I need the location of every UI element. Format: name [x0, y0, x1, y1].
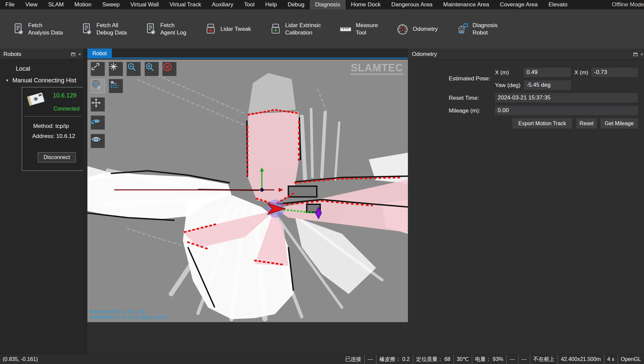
tool-label: Robot: [473, 29, 498, 37]
menu-coverage-area[interactable]: Coverage Area: [494, 0, 543, 9]
tool-label: Analysis Data: [28, 29, 63, 37]
menu-help[interactable]: Help: [260, 0, 282, 9]
tree-expand-arrow-icon[interactable]: ▼: [5, 78, 9, 82]
fetch-document-check-icon: [13, 23, 24, 35]
slamware-version-readout: SLAMWARE Ver: v5.1.1-rc1 (Mar 14 2024): [90, 315, 166, 320]
center-view-button[interactable]: [109, 62, 123, 76]
status-connection: 已连接: [342, 354, 364, 364]
star-compass-icon: [109, 62, 118, 71]
menu-diagnosis[interactable]: Diagnosis: [310, 0, 346, 9]
rotate-view-button[interactable]: [91, 116, 105, 130]
pan-view-button[interactable]: [91, 97, 105, 112]
robot-address: Address: 10.6.12: [32, 133, 75, 140]
tool-label: Fetch: [28, 22, 63, 29]
locate-crosshair-icon: [91, 79, 101, 89]
close-panel-icon[interactable]: ×: [640, 49, 643, 60]
menu-motion[interactable]: Motion: [69, 0, 97, 9]
measure-tool-button[interactable]: MeasureTool: [340, 22, 378, 37]
locate-robot-button[interactable]: [91, 79, 105, 93]
zoom-out-button[interactable]: [127, 62, 141, 76]
menu-maintenance-area[interactable]: Maintenance Area: [438, 0, 494, 9]
float-panel-icon[interactable]: [71, 52, 75, 56]
status-placeholder-1: ---: [364, 354, 376, 364]
tool-label: Calibration: [285, 29, 321, 37]
menu-bar: File View SLAM Motion Sweep Virtual Wall…: [0, 0, 644, 9]
robot-card[interactable]: 10.6.129 Connected Method: tcp/ip Addres…: [22, 87, 83, 171]
yaw-input[interactable]: [524, 80, 571, 90]
expand-view-button[interactable]: [91, 62, 105, 76]
menu-file[interactable]: File: [0, 0, 20, 9]
robot-method: Method: tcp/ip: [33, 123, 69, 130]
map-view: Robot: [87, 49, 408, 322]
pan-arrows-icon: [91, 98, 101, 108]
tree-item-manual-connecting[interactable]: ▼Manual Connecting Hist: [5, 77, 76, 84]
status-battery: 电量： 93%: [472, 354, 506, 364]
zoom-in-button[interactable]: [145, 62, 159, 76]
export-motion-track-button[interactable]: Export Motion Track: [512, 118, 572, 129]
menu-dangerous-area[interactable]: Dangerous Area: [386, 0, 438, 9]
reset-time-input[interactable]: [495, 93, 638, 102]
panel-splitter[interactable]: [83, 49, 87, 354]
tool-label: Agent Log: [160, 29, 187, 37]
x-label: X (m): [495, 69, 509, 76]
tool-label: Debug Data: [96, 29, 127, 37]
visibility-button[interactable]: [91, 134, 105, 148]
tool-label: Fetch All: [96, 22, 127, 29]
tool-label: Tool: [356, 29, 378, 37]
tool-label: Odometry: [413, 25, 438, 33]
lidar-tweak-button[interactable]: Lidar Tweak: [205, 23, 251, 35]
tree-item-local[interactable]: Local: [16, 65, 30, 72]
robot-trace-button[interactable]: [109, 79, 123, 93]
reset-button[interactable]: Reset: [576, 118, 597, 129]
x2-input[interactable]: [591, 68, 638, 77]
estimated-pose-label: Estimated Pose:: [449, 75, 490, 82]
lidar-device-red-dot-icon: [205, 23, 216, 35]
status-temperature: 30℃: [453, 354, 472, 364]
odometry-panel-title: Odometry: [412, 51, 437, 57]
menu-view[interactable]: View: [20, 0, 43, 9]
status-eraser: 橡皮擦： 0.2: [376, 354, 413, 364]
status-placeholder-2: ---: [506, 354, 518, 364]
diagnosis-robot-button[interactable]: DiagnosisRobot: [456, 22, 498, 37]
tool-label: Diagnosis: [473, 22, 498, 29]
fetch-document-check-icon: [82, 23, 92, 35]
x-input[interactable]: [524, 68, 571, 77]
fetch-agent-log-button[interactable]: FetchAgent Log: [146, 22, 187, 37]
status-localization-quality: 定位质量： 68: [413, 354, 453, 364]
tool-label: Measure: [356, 22, 378, 29]
menu-home-dock[interactable]: Home Dock: [346, 0, 386, 9]
tab-robot[interactable]: Robot: [87, 49, 112, 59]
menu-slam[interactable]: SLAM: [43, 0, 69, 9]
fetch-analysis-data-button[interactable]: FetchAnalysis Data: [13, 22, 63, 37]
expand-arrows-icon: [91, 62, 100, 71]
robot-ip: 10.6.129: [53, 92, 76, 99]
fetch-all-debug-data-button[interactable]: Fetch AllDebug Data: [82, 22, 127, 37]
robots-panel-header: Robots ×: [0, 49, 83, 60]
zoom-in-icon: [145, 62, 154, 72]
menu-sweep[interactable]: Sweep: [97, 0, 125, 9]
odometry-button[interactable]: Odometry: [397, 23, 438, 35]
disconnect-button[interactable]: Disconnect: [38, 152, 76, 162]
odometry-panel: Odometry × Estimated Pose: X (m) X (m) Y…: [409, 49, 644, 354]
menu-debug[interactable]: Debug: [282, 0, 310, 9]
get-mileage-button[interactable]: Get Mileage: [600, 118, 638, 129]
float-panel-icon[interactable]: [633, 52, 638, 56]
menu-tool[interactable]: Tool: [239, 0, 260, 9]
reset-time-label: Reset Time:: [449, 95, 479, 101]
lidar-extrinsic-calibration-button[interactable]: Lidar ExtrinsicCalibration: [270, 22, 321, 37]
zoom-out-icon: [127, 62, 136, 72]
gauge-icon: [397, 23, 409, 35]
mileage-input[interactable]: [495, 106, 638, 115]
robot-status: Connected: [54, 106, 79, 112]
mileage-label: Mileage (m):: [449, 107, 480, 114]
menu-virtual-wall[interactable]: Virtual Wall: [125, 0, 164, 9]
menu-elevator[interactable]: Elevato: [543, 0, 573, 9]
close-panel-icon[interactable]: ×: [78, 49, 81, 60]
lidar-device-green-arrow-icon: [270, 23, 281, 35]
robot-device-image: [25, 90, 47, 108]
menu-auxiliary[interactable]: Auxiliary: [206, 0, 238, 9]
menu-virtual-track[interactable]: Virtual Track: [164, 0, 206, 9]
cancel-view-button[interactable]: [162, 62, 176, 76]
map-canvas[interactable]: SLAMTEC Robot Pose (0.57, -0.85, -2.69) …: [87, 60, 408, 322]
status-dock-state: 不在桩上: [530, 354, 558, 364]
